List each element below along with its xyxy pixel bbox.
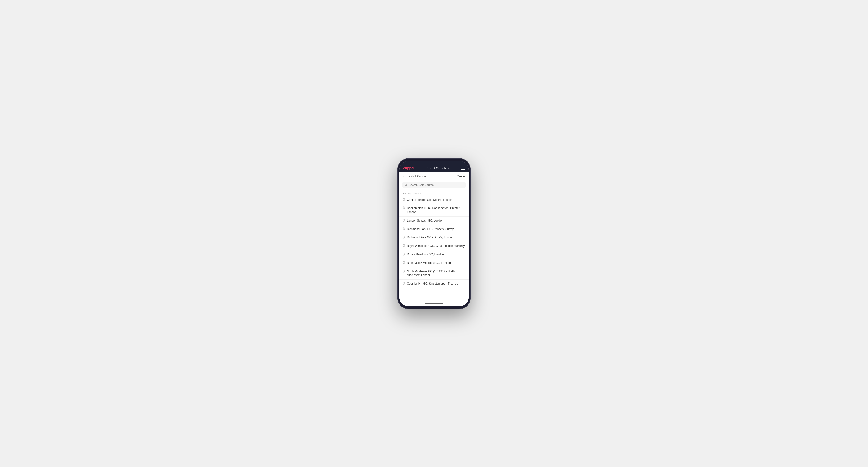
- course-name: London Scottish GC, London: [407, 219, 443, 223]
- app-logo: clippd: [403, 166, 414, 170]
- hamburger-menu-icon[interactable]: [461, 167, 465, 170]
- svg-point-9: [404, 262, 404, 262]
- pin-icon: [403, 270, 405, 273]
- phone-frame: clippd Recent Searches Find a Golf Cours…: [397, 158, 471, 309]
- svg-point-10: [404, 271, 404, 271]
- search-input-wrapper[interactable]: [402, 182, 466, 188]
- course-name: Royal Wimbledon GC, Great London Authori…: [407, 244, 465, 248]
- svg-point-4: [404, 220, 404, 220]
- list-item[interactable]: Coombe Hill GC, Kingston upon Thames: [399, 280, 469, 288]
- list-item[interactable]: Central London Golf Centre, London: [399, 196, 469, 205]
- find-header: Find a Golf Course Cancel: [399, 172, 469, 180]
- svg-point-3: [404, 208, 404, 208]
- svg-point-8: [404, 253, 404, 254]
- list-item[interactable]: London Scottish GC, London: [399, 217, 469, 225]
- search-icon: [404, 184, 407, 186]
- svg-line-1: [406, 185, 407, 186]
- pin-icon: [403, 219, 405, 222]
- pin-icon: [403, 227, 405, 231]
- list-item[interactable]: Richmond Park GC - Duke's, London: [399, 234, 469, 242]
- search-input[interactable]: [409, 183, 464, 187]
- list-item[interactable]: Brent Valley Municipal GC, London: [399, 259, 469, 268]
- course-name: Central London Golf Centre, London: [407, 198, 453, 202]
- svg-point-5: [404, 228, 404, 229]
- pin-icon: [403, 261, 405, 265]
- pin-icon: [403, 282, 405, 285]
- svg-point-0: [405, 184, 407, 185]
- list-item[interactable]: Roehampton Club - Roehampton, Greater Lo…: [399, 204, 469, 217]
- find-label: Find a Golf Course: [403, 175, 427, 178]
- svg-point-11: [404, 283, 404, 283]
- search-container: [399, 180, 469, 190]
- nearby-section-label: Nearby courses: [399, 190, 469, 196]
- course-name: Dukes Meadows GC, London: [407, 252, 444, 256]
- home-bar: [425, 304, 443, 304]
- list-item[interactable]: North Middlesex GC (1011942 - North Midd…: [399, 268, 469, 280]
- svg-point-2: [404, 199, 404, 199]
- course-list: Central London Golf Centre, LondonRoeham…: [399, 196, 469, 302]
- phone-screen: clippd Recent Searches Find a Golf Cours…: [399, 161, 469, 306]
- pin-icon: [403, 236, 405, 239]
- app-header: clippd Recent Searches: [399, 164, 469, 172]
- pin-icon: [403, 198, 405, 202]
- svg-point-6: [404, 237, 404, 237]
- pin-icon: [403, 244, 405, 248]
- pin-icon: [403, 207, 405, 210]
- cancel-button[interactable]: Cancel: [457, 175, 465, 178]
- course-name: Brent Valley Municipal GC, London: [407, 261, 451, 265]
- list-item[interactable]: Richmond Park GC - Prince's, Surrey: [399, 225, 469, 234]
- list-item[interactable]: Dukes Meadows GC, London: [399, 250, 469, 259]
- course-name: Roehampton Club - Roehampton, Greater Lo…: [407, 206, 465, 214]
- phone-wrapper: clippd Recent Searches Find a Golf Cours…: [397, 158, 471, 309]
- status-bar: [399, 161, 469, 164]
- header-title: Recent Searches: [426, 166, 449, 170]
- svg-point-7: [404, 245, 404, 246]
- content-area: Find a Golf Course Cancel Nearby courses: [399, 172, 469, 306]
- home-indicator: [399, 302, 469, 306]
- pin-icon: [403, 253, 405, 256]
- course-name: Richmond Park GC - Prince's, Surrey: [407, 227, 454, 231]
- course-name: Coombe Hill GC, Kingston upon Thames: [407, 282, 458, 286]
- course-name: Richmond Park GC - Duke's, London: [407, 236, 453, 240]
- course-name: North Middlesex GC (1011942 - North Midd…: [407, 270, 465, 278]
- list-item[interactable]: Royal Wimbledon GC, Great London Authori…: [399, 242, 469, 250]
